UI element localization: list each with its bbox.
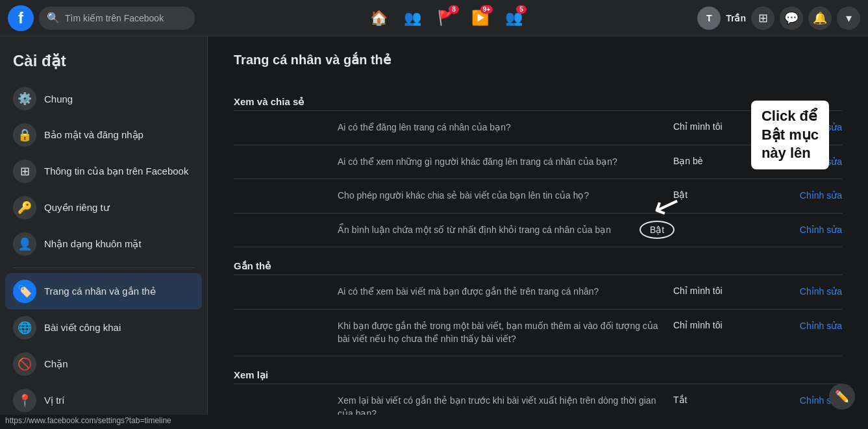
setting-value: Bạn bè: [673, 156, 777, 166]
section-row-label: [234, 286, 338, 287]
sidebar-icon-vitri: 📍: [13, 389, 36, 412]
search-input[interactable]: [65, 13, 182, 23]
section-row-label: [234, 121, 338, 123]
main-content: Trang cá nhân và gắn thẻ Xem và chia sẻ …: [208, 36, 868, 429]
sidebar-title: Cài đặt: [5, 47, 202, 80]
setting-desc: Khi bạn được gắn thẻ trong một bài viết,…: [338, 320, 673, 345]
section-row-label: [234, 156, 338, 157]
avatar-label: T: [706, 13, 712, 23]
sidebar-icon-baomatdangnhap: 🔒: [13, 123, 36, 147]
settings-row: Ai có thể đăng lên trang cá nhân của bạn…: [234, 111, 842, 145]
search-icon: 🔍: [47, 12, 60, 24]
settings-row: Ẩn bình luận chứa một số từ nhất định kh…: [234, 214, 842, 248]
sidebar-item-chan[interactable]: 🚫 Chặn: [5, 346, 202, 382]
top-navigation: f 🔍 🏠 👥 🚩 8 ▶️ 9+ 👥 5 T Trần ⊞ 💬 🔔: [0, 0, 868, 36]
setting-value: Chỉ mình tôi: [673, 286, 777, 296]
edit-link[interactable]: Chỉnh sửa: [800, 225, 842, 235]
setting-action[interactable]: Chỉnh sửa: [777, 224, 842, 236]
video-nav-button[interactable]: ▶️ 9+: [464, 3, 495, 34]
sidebar-label-baomatdangnhap: Bảo mật và đăng nhập: [44, 129, 143, 141]
edit-link[interactable]: Chỉnh sửa: [800, 122, 842, 132]
setting-action[interactable]: Chỉnh sửa: [777, 121, 842, 133]
edit-fab-button[interactable]: ✏️: [829, 384, 855, 410]
messenger-icon-button[interactable]: 💬: [780, 6, 803, 30]
friends-icon: 👥: [404, 10, 421, 27]
section-row-label: [234, 224, 338, 225]
section-label-xemvachiase: Xem và chia sẻ: [234, 96, 338, 108]
groups-nav-button[interactable]: 👥 5: [498, 3, 529, 34]
section-row-label: [234, 190, 338, 191]
edit-link[interactable]: Chỉnh sửa: [800, 156, 842, 167]
status-url: https://www.facebook.com/settings?tab=ti…: [5, 416, 171, 425]
sidebar-label-thongtincuaban: Thông tin của bạn trên Facebook: [44, 165, 188, 177]
groups-badge: 5: [516, 5, 527, 14]
section-label-xemlai: Xem lại: [234, 369, 338, 381]
video-badge: 9+: [480, 5, 493, 14]
edit-link[interactable]: Chỉnh sửa: [800, 190, 842, 201]
setting-value: Chỉ mình tôi: [673, 121, 777, 132]
setting-action[interactable]: Chỉnh sửa: [777, 286, 842, 297]
sidebar-items: ⚙️ Chung 🔒 Bảo mật và đăng nhập ⊞ Thông …: [5, 80, 202, 429]
nav-center: 🏠 👥 🚩 8 ▶️ 9+ 👥 5: [200, 3, 692, 34]
sidebar-label-vitri: Vị trí: [44, 395, 65, 406]
facebook-logo[interactable]: f: [8, 5, 34, 31]
user-name: Trần: [726, 13, 746, 23]
setting-desc: Cho phép người khác chia sẻ bài viết của…: [338, 190, 673, 202]
home-icon: 🏠: [370, 10, 388, 27]
sidebar-label-quyenriengtu: Quyền riêng tư: [44, 202, 110, 214]
chevron-down-icon-button[interactable]: ▾: [837, 6, 860, 30]
setting-desc: Ai có thể đăng lên trang cá nhân của bạn…: [338, 121, 673, 134]
avatar[interactable]: T: [697, 6, 721, 30]
page-title: Trang cá nhân và gắn thẻ: [234, 52, 842, 67]
setting-action[interactable]: Chỉnh sửa: [777, 156, 842, 167]
setting-action[interactable]: Chỉnh sửa: [777, 320, 842, 332]
sidebar-item-quyenriengtu[interactable]: 🔑 Quyền riêng tư: [5, 190, 202, 226]
bell-icon-button[interactable]: 🔔: [808, 6, 832, 30]
sidebar-label-nhandangkhuonmat: Nhận dạng khuôn mặt: [44, 238, 142, 250]
sidebar-icon-quyenriengtu: 🔑: [13, 196, 36, 219]
section-header-xemlai: Xem lại: [234, 356, 842, 384]
setting-value: Tắt: [673, 395, 777, 405]
setting-action[interactable]: Chỉnh sửa: [777, 190, 842, 201]
section-row-label: [234, 320, 338, 321]
setting-desc: Ai có thể xem bài viết mà bạn được gắn t…: [338, 286, 673, 299]
section-label-ganthe: Gắn thẻ: [234, 260, 338, 272]
settings-row: Khi bạn được gắn thẻ trong một bài viết,…: [234, 310, 842, 356]
grid-icon-button[interactable]: ⊞: [751, 6, 775, 30]
setting-desc: Ẩn bình luận chứa một số từ nhất định kh…: [338, 224, 777, 237]
setting-desc: Ai có thể xem những gì người khác đăng l…: [338, 156, 673, 169]
sidebar-label-baivietcongkhai: Bài viết công khai: [44, 322, 121, 334]
settings-container: Xem và chia sẻ Ai có thể đăng lên trang …: [234, 83, 842, 429]
sidebar-divider: [13, 267, 194, 268]
section-header-ganthe: Gắn thẻ: [234, 247, 842, 275]
main-layout: Cài đặt ⚙️ Chung 🔒 Bảo mật và đăng nhập …: [0, 36, 868, 429]
sidebar-item-vitri[interactable]: 📍 Vị trí: [5, 382, 202, 419]
sidebar-icon-trangcanhanvagianthe: 🏷️: [13, 280, 36, 303]
friends-nav-button[interactable]: 👥: [397, 3, 428, 34]
settings-row: Cho phép người khác chia sẻ bài viết của…: [234, 179, 842, 214]
status-bar: https://www.facebook.com/settings?tab=ti…: [0, 415, 868, 429]
section-header-xemvachiase: Xem và chia sẻ: [234, 83, 842, 111]
section-row-label: [234, 395, 338, 396]
sidebar-label-chung: Chung: [44, 93, 73, 104]
flag-badge: 8: [449, 5, 459, 14]
sidebar-label-trangcanhanvagianthe: Trang cá nhân và gắn thẻ: [44, 286, 156, 297]
flag-nav-button[interactable]: 🚩 8: [430, 3, 462, 34]
search-bar[interactable]: 🔍: [39, 6, 195, 30]
settings-row: Ai có thể xem những gì người khác đăng l…: [234, 145, 842, 180]
sidebar-item-baivietcongkhai[interactable]: 🌐 Bài viết công khai: [5, 310, 202, 346]
sidebar-item-trangcanhanvagianthe[interactable]: 🏷️ Trang cá nhân và gắn thẻ: [5, 273, 202, 310]
sidebar-item-thongtincuaban[interactable]: ⊞ Thông tin của bạn trên Facebook: [5, 153, 202, 190]
sidebar-item-chung[interactable]: ⚙️ Chung: [5, 80, 202, 117]
sidebar-icon-nhandangkhuonmat: 👤: [13, 232, 36, 256]
sidebar-item-baomatdangnhap[interactable]: 🔒 Bảo mật và đăng nhập: [5, 117, 202, 153]
edit-link[interactable]: Chỉnh sửa: [800, 286, 842, 297]
setting-value: Chỉ mình tôi: [673, 320, 777, 330]
edit-link[interactable]: Chỉnh sửa: [800, 321, 842, 331]
sidebar-icon-chan: 🚫: [13, 352, 36, 376]
nav-right: T Trần ⊞ 💬 🔔 ▾: [697, 6, 860, 30]
sidebar-icon-baivietcongkhai: 🌐: [13, 316, 36, 339]
home-nav-button[interactable]: 🏠: [363, 3, 394, 34]
sidebar-item-nhandangkhuonmat[interactable]: 👤 Nhận dạng khuôn mặt: [5, 226, 202, 262]
setting-value: Bật: [673, 190, 777, 200]
